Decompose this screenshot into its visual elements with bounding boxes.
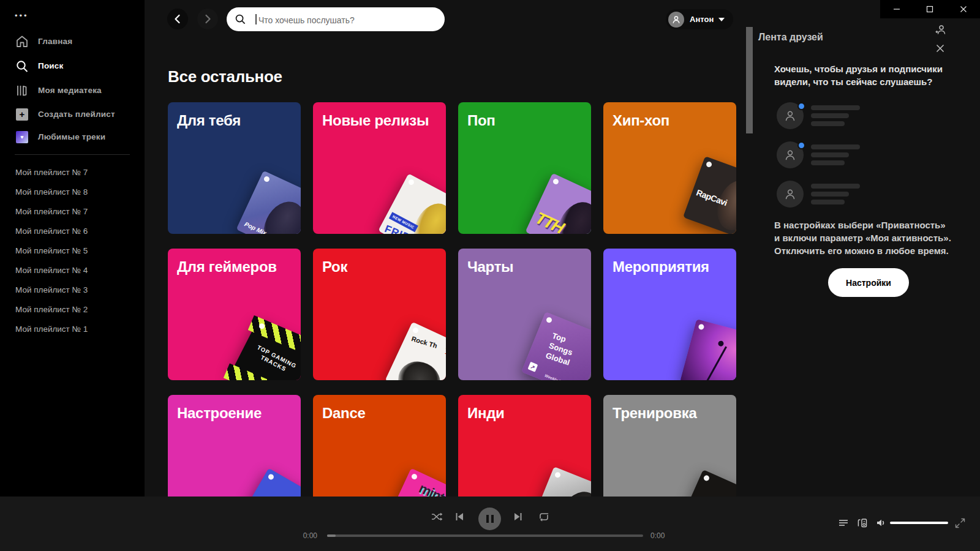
previous-track-button[interactable] [453, 510, 466, 523]
forward-button[interactable] [197, 9, 218, 29]
category-tile-workout[interactable]: Тренировка Beast Mo [603, 395, 736, 497]
sidebar: ••• Главная Поиск Моя медиатека + Создат… [0, 0, 145, 497]
shuffle-button[interactable] [430, 510, 443, 523]
fullscreen-button[interactable] [953, 516, 967, 530]
skeleton-bar [811, 200, 845, 204]
category-tile-hip-hop[interactable]: Хип-хоп RapCavi Lil Baby [603, 102, 736, 234]
close-icon[interactable] [947, 0, 980, 18]
spotify-logo-icon [410, 473, 418, 481]
category-tile-new-releases[interactable]: Новые релизы NEW MUSIC FRIDAY [313, 102, 446, 234]
cover-figure [392, 354, 446, 380]
playlist-item[interactable]: Мой плейлист № 2 [0, 299, 145, 319]
category-tile-label: Мероприятия [612, 258, 709, 276]
playlist-cover-art: NEW MUSIC FRIDAY [378, 173, 446, 234]
user-avatar [668, 12, 684, 28]
cover-logo-badge: ↗ [527, 362, 538, 372]
playlist-item[interactable]: Мой плейлист № 7 [0, 201, 145, 221]
skeleton-bar [811, 192, 849, 197]
minimize-icon[interactable] [880, 0, 913, 18]
sidebar-item-liked-songs[interactable]: ♥ Любимые треки [0, 125, 145, 149]
user-name: Антон [690, 15, 714, 24]
playlist-item[interactable]: Мой плейлист № 1 [0, 319, 145, 339]
skeleton-bar [811, 152, 849, 157]
playlist-item[interactable]: Мой плейлист № 3 [0, 280, 145, 299]
category-tile-label: Инди [467, 405, 505, 422]
spotify-logo-icon [554, 471, 562, 479]
category-tile-dance[interactable]: Dance mint [313, 395, 446, 497]
category-tile-indie[interactable]: Инди [458, 395, 591, 497]
playlist-cover-art: ✹ Rock Th [385, 322, 446, 380]
category-tile-charts[interactable]: Чарты Top Songs Global ↗ Weekly Mu [458, 249, 591, 380]
app-menu-dots[interactable]: ••• [15, 11, 29, 20]
connect-device-button[interactable] [856, 516, 869, 530]
user-menu[interactable]: Антон [666, 9, 733, 29]
sidebar-item-home[interactable]: Главная [0, 29, 145, 53]
skeleton-bar [811, 144, 860, 149]
repeat-button[interactable] [537, 510, 551, 523]
cover-text: Weekly Mu [544, 373, 565, 380]
progress-fill [327, 534, 336, 537]
sidebar-item-label: Главная [38, 37, 72, 46]
volume-button[interactable] [874, 516, 888, 530]
create-playlist-icon: + [15, 107, 29, 122]
shuffle-icon [431, 511, 443, 523]
category-tile-label: Настроение [177, 405, 262, 422]
maximize-icon[interactable] [913, 0, 946, 18]
category-tile-label: Рок [322, 258, 347, 276]
progress-bar[interactable] [327, 534, 643, 537]
friend-panel-title: Лента друзей [758, 32, 823, 43]
search-input[interactable] [257, 7, 437, 32]
category-tile-mood[interactable]: Настроение Mood Booster [168, 395, 301, 497]
close-panel-icon[interactable] [934, 42, 946, 54]
category-tile-pop[interactable]: Поп TTH [458, 102, 591, 234]
category-tile-events[interactable]: Мероприятия [603, 249, 736, 380]
skeleton-bar [811, 184, 860, 189]
category-tile-for-you[interactable]: Для тебя Pop Mix [168, 102, 301, 234]
sidebar-item-search[interactable]: Поиск [0, 54, 145, 78]
category-tile-rock[interactable]: Рок ✹ Rock Th [313, 249, 446, 380]
playlist-item[interactable]: Мой плейлист № 7 [0, 162, 145, 182]
cover-text: mint [417, 481, 446, 497]
previous-icon [453, 511, 466, 523]
main-content: Антон Все остальное Для тебя Pop Mix Нов… [145, 0, 757, 497]
category-grid: Для тебя Pop Mix Новые релизы NEW MUSIC … [168, 102, 736, 497]
spotify-logo-icon [552, 178, 559, 186]
repeat-icon [538, 511, 550, 523]
volume-icon [875, 517, 886, 528]
category-tile-label: Хип-хоп [612, 112, 669, 129]
volume-slider[interactable] [890, 522, 948, 524]
queue-button[interactable] [837, 516, 850, 530]
category-tile-label: Поп [467, 112, 496, 129]
friend-skeleton-row [774, 141, 958, 171]
playlist-item[interactable]: Мой плейлист № 5 [0, 241, 145, 260]
search-icon [15, 59, 29, 73]
add-friend-icon[interactable] [934, 23, 946, 36]
playlist-item[interactable]: Мой плейлист № 6 [0, 221, 145, 241]
sidebar-item-label: Создать плейлист [38, 110, 115, 119]
queue-icon [838, 517, 849, 528]
category-tile-gaming[interactable]: Для геймеров TOP GAMING TRACKS [168, 249, 301, 380]
chevron-right-icon [202, 13, 214, 25]
playlist-item[interactable]: Мой плейлист № 4 [0, 260, 145, 280]
settings-button[interactable]: Настройки [828, 268, 909, 297]
sidebar-item-create-playlist[interactable]: + Создать плейлист [0, 102, 145, 126]
skeleton-bar [811, 121, 845, 126]
spotify-logo-icon [706, 161, 713, 168]
friend-skeleton-row [774, 181, 958, 210]
playlist-cover-art: Pop Mix [236, 171, 301, 234]
text-caret [255, 14, 257, 24]
sidebar-item-library[interactable]: Моя медиатека [0, 78, 145, 102]
next-track-button[interactable] [511, 510, 525, 523]
cover-text: Rock Th [410, 335, 438, 350]
spotify-logo-icon [263, 176, 270, 183]
back-button[interactable] [167, 9, 188, 29]
playlist-cover-art: RapCavi Lil Baby [683, 156, 736, 234]
playlist-cover-art: mint [384, 468, 446, 497]
playlist-item[interactable]: Мой плейлист № 8 [0, 182, 145, 201]
cover-text: TOP GAMING TRACKS [252, 343, 299, 377]
window-controls [880, 0, 980, 18]
category-tile-label: Чарты [467, 258, 513, 276]
pause-button[interactable] [478, 508, 501, 530]
spotify-logo-icon [412, 327, 419, 334]
skeleton-bar [811, 105, 860, 110]
